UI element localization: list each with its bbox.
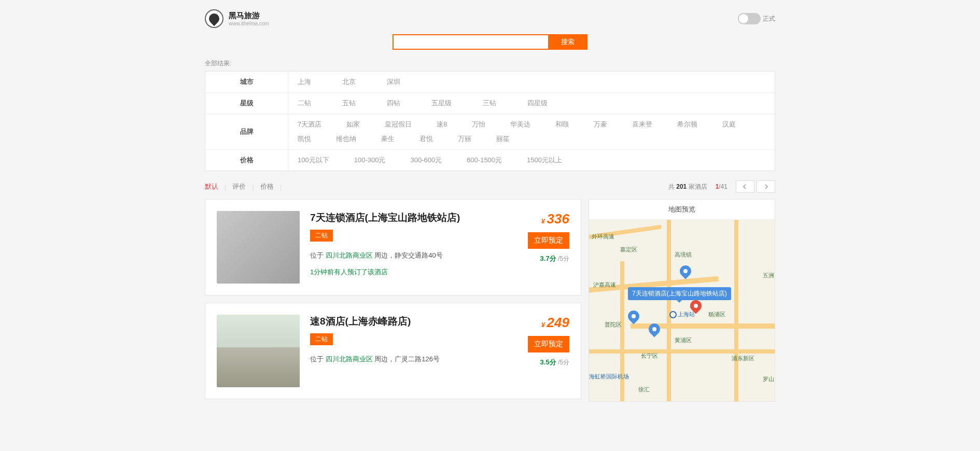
filter-price-option[interactable]: 600-1500元 <box>467 153 502 167</box>
pager-next-button[interactable] <box>757 180 775 193</box>
map-label: 长宁区 <box>641 352 658 360</box>
filter-brand-option[interactable]: 希尔顿 <box>677 117 697 132</box>
map-pin-icon[interactable] <box>649 323 660 339</box>
filter-star-option[interactable]: 四钻 <box>387 96 400 110</box>
search-input[interactable] <box>393 34 548 50</box>
filter-brand-option[interactable]: 7天酒店 <box>298 117 321 132</box>
sort-separator: | <box>225 183 226 191</box>
filter-city-option[interactable]: 上海 <box>298 75 311 89</box>
chevron-left-icon <box>743 184 748 189</box>
hotel-image[interactable] <box>217 315 300 387</box>
sort-separator: | <box>280 183 282 191</box>
hotel-booking-note: 1分钟前有人预订了该酒店 <box>310 267 507 277</box>
filter-star-option[interactable]: 三钻 <box>483 96 496 110</box>
logo-title: 黑马旅游 <box>229 11 269 21</box>
pager-prev-button[interactable] <box>736 180 754 193</box>
map-label: 嘉定区 <box>620 246 637 253</box>
filter-brand-option[interactable]: 万丽 <box>458 132 471 146</box>
result-count: 共 201 家酒店 <box>668 182 707 191</box>
map-label: 浦东新区 <box>732 355 754 362</box>
sort-tab-default[interactable]: 默认 <box>205 182 218 191</box>
filter-brand-option[interactable]: 万怡 <box>472 117 485 132</box>
filter-panel: 城市 上海北京深圳 星级 二钻五钻四钻五星级三钻四星级 品牌 7天酒店如家皇冠假… <box>205 71 775 171</box>
filter-price-head: 价格 <box>205 150 288 171</box>
filter-brand-option[interactable]: 汉庭 <box>722 117 736 132</box>
mode-toggle[interactable]: 正式 <box>738 13 775 24</box>
filter-brand-option[interactable]: 喜来登 <box>632 117 652 132</box>
hotel-price: ¥ 336 <box>541 211 569 227</box>
hotel-star-badge: 二钻 <box>310 230 333 242</box>
hotel-location: 位于 四川北路商业区 周边，广灵二路126号 <box>310 355 507 364</box>
sort-tab-price[interactable]: 价格 <box>260 182 274 191</box>
filter-city-option[interactable]: 北京 <box>342 75 356 89</box>
map-label: 杨浦区 <box>708 311 725 318</box>
filter-price-option[interactable]: 1500元以上 <box>527 153 562 167</box>
hotel-name[interactable]: 速8酒店(上海赤峰路店) <box>310 315 507 328</box>
map-label: 罗山 <box>763 375 774 383</box>
map-label: 海虹桥国际机场 <box>589 373 629 380</box>
hotel-card: 7天连锁酒店(上海宝山路地铁站店) 二钻 位于 四川北路商业区 周边，静安交通路… <box>205 199 581 295</box>
filter-brand-option[interactable]: 速8 <box>437 117 447 132</box>
map-label: 高境镇 <box>675 251 692 259</box>
hotel-rating: 3.7分 /5分 <box>540 254 569 263</box>
toggle-label: 正式 <box>763 15 775 23</box>
page-indicator: 1/41 <box>716 183 727 190</box>
map-canvas[interactable]: 外环高速 沪嘉高速 普陀区 长宁区 海虹桥国际机场 嘉定区 高境镇 杨浦区 黄浦… <box>589 220 775 401</box>
filter-brand-option[interactable]: 如家 <box>346 117 360 132</box>
hotel-location: 位于 四川北路商业区 周边，静安交通路40号 <box>310 251 507 260</box>
search-button[interactable]: 搜索 <box>548 34 587 50</box>
filter-brand-option[interactable]: 万豪 <box>594 117 607 132</box>
map-label: 沪嘉高速 <box>593 281 616 289</box>
map-title: 地图预览 <box>589 200 775 220</box>
hotel-name[interactable]: 7天连锁酒店(上海宝山路地铁站店) <box>310 211 507 224</box>
filter-city-option[interactable]: 深圳 <box>387 75 400 89</box>
map-pin-icon[interactable] <box>628 311 639 326</box>
sort-separator: | <box>252 183 254 191</box>
logo-subtitle: www.itheima.com <box>229 21 269 26</box>
filter-brand-option[interactable]: 华美达 <box>510 117 530 132</box>
filter-price-option[interactable]: 100元以下 <box>298 153 329 167</box>
logo-icon <box>205 9 223 28</box>
map-label: 黄浦区 <box>675 336 692 344</box>
logo[interactable]: 黑马旅游 www.itheima.com <box>205 9 269 28</box>
chevron-right-icon <box>763 184 768 189</box>
filter-brand-option[interactable]: 凯悦 <box>298 132 311 146</box>
filter-star-option[interactable]: 二钻 <box>298 96 311 110</box>
map-pin-icon[interactable] <box>680 265 691 281</box>
filter-star-head: 星级 <box>205 93 288 114</box>
map-station-label: 上海站 <box>669 311 695 318</box>
map-panel: 地图预览 外环高速 沪嘉高速 普陀区 长宁区 海虹桥国际机场 嘉定区 高境镇 杨… <box>589 199 775 402</box>
filter-brand-option[interactable]: 维也纳 <box>336 132 356 146</box>
hotel-star-badge: 二钻 <box>310 333 333 345</box>
filter-city-head: 城市 <box>205 72 288 92</box>
filter-brand-option[interactable]: 皇冠假日 <box>385 117 412 132</box>
map-tooltip: 7天连锁酒店(上海宝山路地铁站店) <box>628 287 731 300</box>
sort-tab-review[interactable]: 评价 <box>232 182 246 191</box>
filter-brand-option[interactable]: 丽笙 <box>496 132 510 146</box>
map-label: 徐汇 <box>638 386 650 393</box>
book-now-button[interactable]: 立即预定 <box>528 336 569 353</box>
hotel-rating: 3.5分 /5分 <box>540 358 569 367</box>
hotel-image[interactable] <box>217 211 300 284</box>
map-label: 外环高速 <box>592 233 614 241</box>
filter-price-option[interactable]: 100-300元 <box>354 153 386 167</box>
filter-brand-option[interactable]: 和颐 <box>555 117 569 132</box>
filter-brand-head: 品牌 <box>205 114 288 149</box>
filter-price-option[interactable]: 300-600元 <box>410 153 442 167</box>
hotel-price: ¥ 249 <box>541 315 569 331</box>
map-label: 普陀区 <box>605 321 622 329</box>
all-results-label: 全部结果: <box>205 59 775 68</box>
hotel-card: 速8酒店(上海赤峰路店) 二钻 位于 四川北路商业区 周边，广灵二路126号 ¥… <box>205 303 581 399</box>
map-label: 五洲 <box>763 272 774 279</box>
filter-star-option[interactable]: 四星级 <box>527 96 548 110</box>
filter-star-option[interactable]: 五星级 <box>431 96 452 110</box>
filter-brand-option[interactable]: 豪生 <box>381 132 395 146</box>
book-now-button[interactable]: 立即预定 <box>528 232 569 249</box>
filter-brand-option[interactable]: 君悦 <box>419 132 433 146</box>
filter-star-option[interactable]: 五钻 <box>342 96 356 110</box>
